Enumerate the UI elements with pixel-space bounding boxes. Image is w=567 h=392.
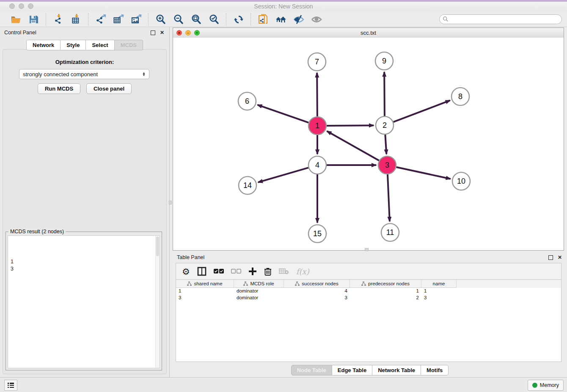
node-15[interactable]: 15 (308, 225, 326, 243)
table-cell[interactable]: 1 (176, 288, 234, 295)
column-header-label: predecessor nodes (368, 281, 410, 286)
table-cell[interactable]: 4 (284, 288, 350, 295)
table-cell[interactable]: 3 (284, 295, 350, 301)
main-toolbar (0, 12, 567, 27)
edge-1-7[interactable] (317, 73, 317, 116)
zoom-out-icon[interactable] (173, 14, 184, 25)
edge-3-11[interactable] (388, 174, 390, 221)
horizontal-splitter-handle[interactable] (365, 248, 369, 251)
save-icon[interactable] (28, 14, 40, 25)
network-canvas[interactable]: 7 9 6 8 1 2 4 3 14 10 15 11 (173, 38, 564, 250)
app-title: Session: New Session (0, 3, 567, 10)
task-history-button[interactable] (4, 380, 17, 391)
node-8[interactable]: 8 (451, 88, 469, 105)
node-14[interactable]: 14 (239, 177, 256, 194)
export-table-icon[interactable] (113, 14, 124, 25)
deselect-all-columns-icon[interactable] (231, 268, 241, 274)
import-network-icon[interactable] (52, 14, 64, 25)
delete-row-icon[interactable] (264, 267, 272, 276)
zoom-selected-icon[interactable] (208, 14, 220, 25)
svg-text:9: 9 (382, 57, 386, 65)
edge-4-14[interactable] (258, 168, 308, 182)
table-cell[interactable]: 3 (421, 295, 457, 301)
edge-2-3[interactable] (385, 135, 386, 154)
edge-2-8[interactable] (394, 100, 450, 122)
search-input[interactable] (439, 14, 562, 24)
mcds-result-group: MCDS result (2 nodes) 13 (6, 232, 162, 370)
table-cell[interactable]: 2 (350, 295, 421, 301)
column-header-successor-nodes[interactable]: successor nodes (284, 280, 350, 288)
close-panel-icon[interactable]: ✕ (159, 30, 165, 36)
node-3[interactable]: 3 (378, 156, 396, 174)
close-panel-button[interactable]: Close panel (86, 83, 132, 94)
vertical-splitter-handle[interactable] (169, 201, 172, 204)
result-scrollbar[interactable] (155, 236, 160, 368)
node-7[interactable]: 7 (308, 53, 326, 71)
svg-text:7: 7 (315, 58, 319, 66)
column-header-MCDS-role[interactable]: MCDS role (234, 280, 284, 288)
column-header-name[interactable]: name (421, 280, 457, 288)
float-table-panel-icon[interactable] (548, 254, 553, 260)
column-header-label: shared name (194, 281, 222, 286)
svg-text:10: 10 (457, 177, 465, 185)
column-header-label: name (433, 281, 445, 286)
run-mcds-button[interactable]: Run MCDS (38, 83, 80, 94)
settings-icon[interactable]: ⚙ (182, 267, 190, 276)
export-network-icon[interactable] (95, 14, 107, 25)
split-columns-icon[interactable] (197, 267, 206, 276)
export-document-icon[interactable] (257, 14, 269, 25)
network-window-title: scc.txt (173, 30, 564, 36)
edge-3-10[interactable] (396, 167, 451, 179)
edge-1-6[interactable] (258, 105, 309, 123)
table-cell[interactable]: dominator (234, 288, 284, 295)
float-panel-icon[interactable] (150, 30, 156, 36)
select-all-columns-icon[interactable] (214, 268, 224, 274)
open-icon[interactable] (10, 14, 22, 25)
show-all-icon[interactable] (311, 14, 322, 25)
node-4[interactable]: 4 (308, 156, 326, 174)
column-header-predecessor-nodes[interactable]: predecessor nodes (350, 280, 421, 288)
table-row[interactable]: 3dominator323 (176, 295, 561, 301)
mcds-result-textarea[interactable]: 13 (8, 235, 160, 368)
tab-motifs[interactable]: Motifs (421, 365, 449, 375)
zoom-in-icon[interactable] (155, 14, 167, 25)
memory-button[interactable]: Memory (528, 380, 564, 391)
table-row[interactable]: 1dominator411 (176, 288, 561, 295)
tree-hierarchy-icon (187, 282, 192, 286)
node-6[interactable]: 6 (238, 92, 256, 110)
export-image-icon[interactable] (130, 14, 142, 25)
add-row-icon[interactable] (248, 267, 257, 276)
edge-2-9[interactable] (384, 72, 385, 116)
edge-3-1[interactable] (327, 131, 379, 160)
home-icon[interactable] (275, 14, 287, 25)
table-cell[interactable]: dominator (234, 295, 284, 301)
node-table[interactable]: shared nameMCDS rolesuccessor nodesprede… (176, 279, 561, 362)
tree-hierarchy-icon (295, 282, 300, 286)
tab-style[interactable]: Style (61, 40, 86, 50)
node-11[interactable]: 11 (381, 224, 399, 241)
refresh-layout-icon[interactable] (233, 14, 245, 25)
tab-node-table[interactable]: Node Table (291, 365, 332, 375)
node-9[interactable]: 9 (375, 52, 393, 70)
search-icon (443, 16, 449, 22)
tab-select[interactable]: Select (86, 40, 114, 50)
mcds-result-title: MCDS result (2 nodes) (8, 229, 66, 235)
hide-selected-icon[interactable] (293, 14, 305, 25)
svg-text:4: 4 (315, 161, 319, 169)
tab-mcds[interactable]: MCDS (115, 40, 143, 50)
node-1[interactable]: 1 (308, 117, 326, 135)
table-cell[interactable]: 1 (421, 288, 457, 295)
criterion-dropdown[interactable]: strongly connected component ▲▼ (19, 69, 149, 79)
node-10[interactable]: 10 (452, 172, 470, 190)
node-2[interactable]: 2 (376, 116, 394, 134)
import-table-icon[interactable] (70, 14, 82, 25)
zoom-fit-icon[interactable] (190, 14, 202, 25)
tab-network-table[interactable]: Network Table (372, 365, 421, 375)
table-cell[interactable]: 3 (176, 295, 234, 301)
close-table-panel-icon[interactable]: ✕ (557, 254, 563, 260)
column-header-shared-name[interactable]: shared name (176, 280, 234, 288)
edge-1-2[interactable] (327, 125, 374, 126)
table-cell[interactable]: 1 (350, 288, 421, 295)
tab-network[interactable]: Network (26, 40, 61, 50)
tab-edge-table[interactable]: Edge Table (332, 365, 372, 375)
